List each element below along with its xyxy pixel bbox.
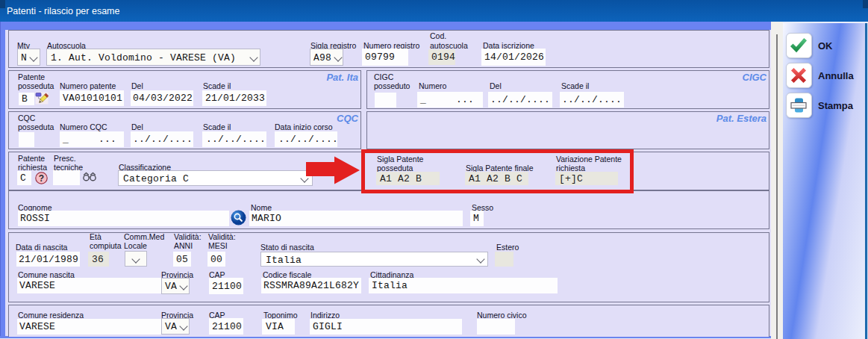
svg-text:?: ? [39,173,44,184]
